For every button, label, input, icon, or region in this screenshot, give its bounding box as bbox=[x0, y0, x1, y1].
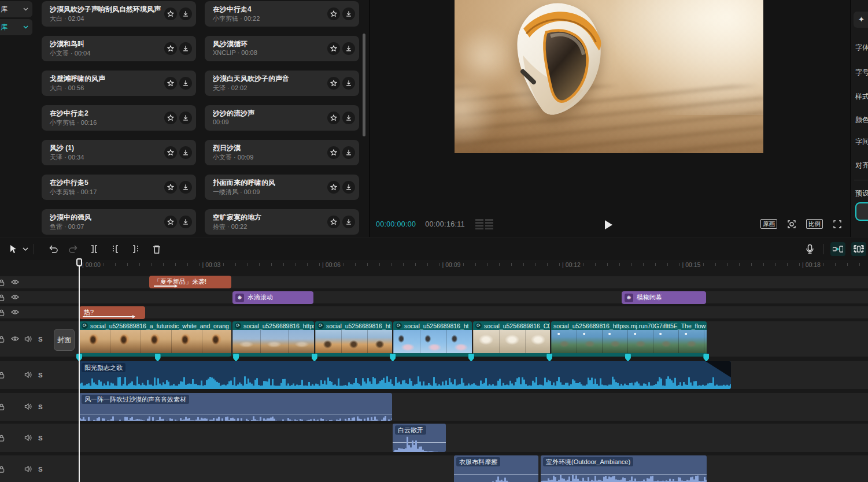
download-icon[interactable] bbox=[179, 112, 192, 124]
library-filter-1[interactable]: 库 bbox=[0, 1, 32, 17]
beat-marker[interactable] bbox=[312, 354, 317, 362]
beat-marker[interactable] bbox=[390, 354, 396, 362]
favorite-icon[interactable] bbox=[164, 112, 177, 124]
auto-beat-icon[interactable] bbox=[851, 242, 866, 256]
download-icon[interactable] bbox=[179, 8, 192, 20]
audio-clip-music[interactable]: 阳光励志之歌 bbox=[79, 361, 731, 389]
fullscreen-icon[interactable] bbox=[833, 220, 842, 229]
audio-card[interactable]: 风沙漠循环 XNCLIP · 00:08 bbox=[205, 36, 359, 61]
lock-icon[interactable] bbox=[0, 403, 5, 410]
original-quality-button[interactable]: 原画 bbox=[760, 219, 777, 229]
record-voiceover-icon[interactable] bbox=[803, 242, 817, 256]
favorite-icon[interactable] bbox=[164, 216, 177, 228]
audio-card[interactable]: 沙漠白天风吹沙子的声音 天泽 · 02:02 bbox=[205, 71, 359, 96]
quality-icon[interactable] bbox=[475, 219, 493, 229]
favorite-icon[interactable] bbox=[164, 8, 177, 20]
select-tool-chevron[interactable] bbox=[19, 242, 32, 256]
lock-icon[interactable] bbox=[0, 372, 5, 379]
audio-card[interactable]: 沙漠和鸟叫 小文哥 · 00:04 bbox=[42, 36, 196, 61]
favorite-icon[interactable] bbox=[327, 42, 340, 55]
delete-left-icon[interactable] bbox=[108, 242, 122, 256]
audio-card[interactable]: 风沙 (1) 天泽 · 00:34 bbox=[42, 140, 196, 165]
favorite-icon[interactable] bbox=[327, 146, 340, 159]
preset-thumbnail[interactable] bbox=[855, 202, 868, 221]
visibility-icon[interactable] bbox=[11, 279, 19, 285]
solo-toggle[interactable]: S bbox=[38, 435, 43, 442]
beat-marker[interactable] bbox=[703, 354, 709, 362]
favorite-icon[interactable] bbox=[327, 77, 340, 90]
video-clip[interactable]: ⟳social_u5256689816_ht bbox=[315, 321, 392, 357]
audio-card[interactable]: 沙沙的流沙声 00:09 bbox=[205, 105, 359, 131]
audio-card[interactable]: 扑面而来的呼啸的风 一缕清风 · 00:09 bbox=[205, 175, 359, 200]
solo-toggle[interactable]: S bbox=[38, 466, 43, 473]
play-button[interactable] bbox=[605, 220, 612, 229]
audio-card[interactable]: 在沙中行走2 小李剪辑 · 00:16 bbox=[42, 105, 196, 131]
audio-card[interactable]: 空旷寂寞的地方 拾壹 · 00:22 bbox=[205, 209, 359, 235]
favorite-icon[interactable] bbox=[164, 181, 177, 194]
lock-icon[interactable] bbox=[0, 279, 5, 286]
favorite-icon[interactable] bbox=[327, 112, 340, 124]
lock-icon[interactable] bbox=[0, 466, 5, 473]
playhead[interactable] bbox=[79, 260, 80, 482]
audio-card[interactable]: 在沙中行走4 小李剪辑 · 00:22 bbox=[205, 1, 359, 27]
download-icon[interactable] bbox=[342, 146, 355, 159]
mute-icon[interactable] bbox=[24, 403, 32, 410]
download-icon[interactable] bbox=[342, 77, 355, 90]
lock-icon[interactable] bbox=[0, 435, 5, 442]
audio-card[interactable]: 戈壁滩呼啸的风声 大白 · 00:56 bbox=[42, 71, 196, 96]
ratio-button[interactable]: 比例 bbox=[806, 219, 823, 229]
audio-card[interactable]: 在沙中行走5 小李剪辑 · 00:17 bbox=[42, 175, 196, 200]
beat-marker[interactable] bbox=[468, 354, 474, 362]
download-icon[interactable] bbox=[342, 8, 355, 20]
favorite-icon[interactable] bbox=[327, 8, 340, 20]
beat-marker[interactable] bbox=[155, 354, 161, 362]
text-clip-hot[interactable]: 热? bbox=[79, 306, 145, 319]
delete-right-icon[interactable] bbox=[129, 242, 143, 256]
download-icon[interactable] bbox=[342, 42, 355, 55]
download-icon[interactable] bbox=[342, 112, 355, 124]
zoom-fit-icon[interactable] bbox=[787, 220, 796, 229]
lock-icon[interactable] bbox=[0, 309, 5, 316]
undo-icon[interactable] bbox=[46, 242, 60, 256]
video-clip[interactable]: ⟳social_u5256689816_httpss. bbox=[232, 321, 314, 357]
solo-toggle[interactable]: S bbox=[38, 336, 43, 343]
mute-icon[interactable] bbox=[24, 435, 32, 441]
redo-icon[interactable] bbox=[67, 242, 80, 256]
visibility-icon[interactable] bbox=[11, 336, 19, 342]
download-icon[interactable] bbox=[179, 216, 192, 228]
download-icon[interactable] bbox=[342, 181, 355, 194]
video-clip[interactable]: ⟳social_u5256689816_ht bbox=[393, 321, 472, 357]
text-clip-summer[interactable]: 「夏季新品」来袭! bbox=[149, 276, 231, 288]
audio-clip-cloth[interactable]: 衣服布料摩擦 bbox=[454, 455, 538, 482]
video-clip[interactable]: ⟳social_u5256689816_C0 bbox=[473, 321, 550, 357]
mute-icon[interactable] bbox=[24, 466, 32, 472]
delete-icon[interactable] bbox=[150, 242, 164, 256]
audio-clip-outdoor[interactable]: 室外环境(Outdoor_Ambiance) bbox=[541, 455, 707, 482]
favorite-icon[interactable] bbox=[164, 77, 177, 90]
download-icon[interactable] bbox=[179, 77, 192, 90]
cover-button[interactable]: 封面 bbox=[54, 329, 75, 351]
select-tool-icon[interactable] bbox=[6, 242, 20, 256]
audio-card[interactable]: 烈日沙漠 小文哥 · 00:09 bbox=[205, 140, 359, 165]
visibility-icon[interactable] bbox=[11, 294, 19, 300]
favorite-icon[interactable] bbox=[164, 146, 177, 159]
ai-text-button[interactable]: ✦ bbox=[854, 12, 868, 28]
visibility-icon[interactable] bbox=[11, 309, 19, 315]
audio-card[interactable]: 沙漠中的强风 鱼雷 · 00:07 bbox=[42, 209, 196, 235]
download-icon[interactable] bbox=[342, 216, 355, 228]
lock-icon[interactable] bbox=[0, 294, 5, 301]
playhead-handle[interactable] bbox=[76, 258, 82, 266]
library-scrollbar[interactable] bbox=[363, 34, 365, 136]
download-icon[interactable] bbox=[179, 146, 192, 159]
download-icon[interactable] bbox=[179, 42, 192, 55]
library-filter-2[interactable]: 库 bbox=[0, 19, 32, 35]
beat-marker[interactable] bbox=[625, 354, 631, 362]
solo-toggle[interactable]: S bbox=[38, 403, 43, 410]
audio-card[interactable]: 沙漠风吹沙子声响刮风自然环境风声 大白 · 02:04 bbox=[42, 1, 196, 27]
favorite-icon[interactable] bbox=[164, 42, 177, 55]
solo-toggle[interactable]: S bbox=[38, 372, 43, 379]
video-clip[interactable]: social_u5256689816_httpss.mj.run70G7iflt… bbox=[551, 321, 707, 357]
favorite-icon[interactable] bbox=[327, 181, 340, 194]
mute-icon[interactable] bbox=[24, 336, 32, 342]
auto-ripple-icon[interactable] bbox=[830, 242, 845, 256]
